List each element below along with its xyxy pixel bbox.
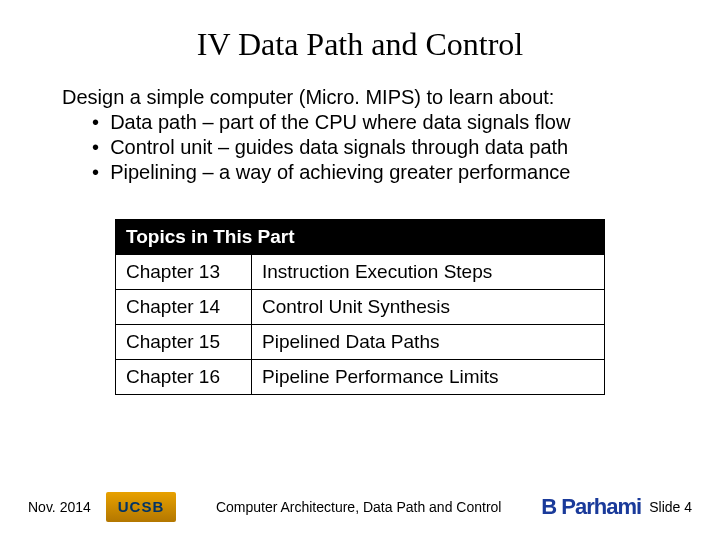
table-header-row: Topics in This Part xyxy=(116,220,605,255)
author-name: B Parhami xyxy=(541,494,641,520)
footer-date: Nov. 2014 xyxy=(28,499,98,515)
ucsb-logo: UCSB xyxy=(106,492,176,522)
table-row: Chapter 13 Instruction Execution Steps xyxy=(116,255,605,290)
chapter-title: Instruction Execution Steps xyxy=(252,255,605,290)
bullet-text: Control unit – guides data signals throu… xyxy=(110,136,568,158)
slide-number: Slide 4 xyxy=(649,499,692,515)
chapter-label: Chapter 15 xyxy=(116,325,252,360)
topics-header: Topics in This Part xyxy=(116,220,605,255)
footer: Nov. 2014 UCSB Computer Architecture, Da… xyxy=(0,492,720,522)
chapter-label: Chapter 13 xyxy=(116,255,252,290)
table-row: Chapter 14 Control Unit Synthesis xyxy=(116,290,605,325)
bullet-item: • Control unit – guides data signals thr… xyxy=(92,135,680,160)
footer-center-text: Computer Architecture, Data Path and Con… xyxy=(176,499,541,515)
table-row: Chapter 15 Pipelined Data Paths xyxy=(116,325,605,360)
chapter-title: Control Unit Synthesis xyxy=(252,290,605,325)
bullet-text: Data path – part of the CPU where data s… xyxy=(110,111,570,133)
bullet-text: Pipelining – a way of achieving greater … xyxy=(110,161,570,183)
chapter-title: Pipeline Performance Limits xyxy=(252,360,605,395)
intro-text: Design a simple computer (Micro. MIPS) t… xyxy=(62,85,680,110)
chapter-label: Chapter 14 xyxy=(116,290,252,325)
chapter-label: Chapter 16 xyxy=(116,360,252,395)
bullet-item: • Pipelining – a way of achieving greate… xyxy=(92,160,680,185)
bullet-item: • Data path – part of the CPU where data… xyxy=(92,110,680,135)
topics-table: Topics in This Part Chapter 13 Instructi… xyxy=(115,219,605,395)
table-row: Chapter 16 Pipeline Performance Limits xyxy=(116,360,605,395)
bullet-list: • Data path – part of the CPU where data… xyxy=(92,110,680,185)
chapter-title: Pipelined Data Paths xyxy=(252,325,605,360)
slide-title: IV Data Path and Control xyxy=(0,26,720,63)
